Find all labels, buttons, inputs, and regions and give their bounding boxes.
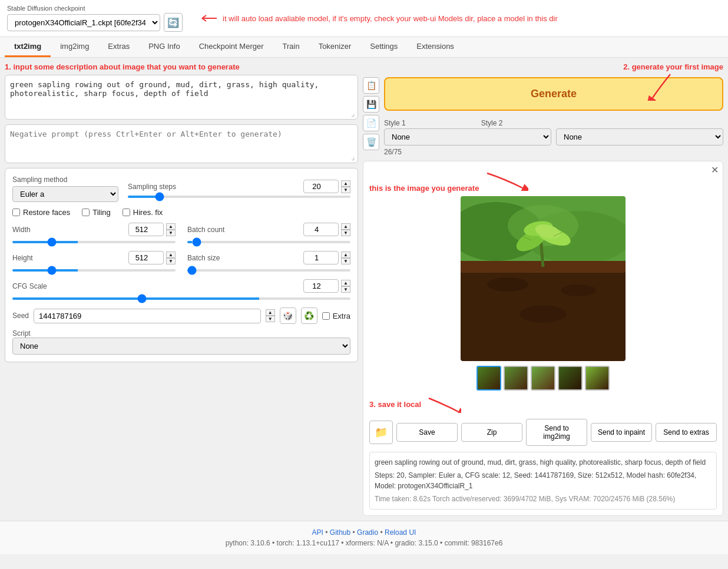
seed-spinner[interactable]: ▲ ▼: [266, 309, 275, 322]
cfg-scale-number: ▲ ▼: [303, 279, 350, 293]
style1-label: Style 1: [384, 119, 406, 127]
batch-count-down[interactable]: ▼: [341, 230, 350, 236]
tab-tokenizer[interactable]: Tokenizer: [309, 37, 361, 57]
tab-img2img[interactable]: img2img: [51, 37, 98, 57]
footer-links: API • Github • Gradio • Reload UI: [7, 528, 721, 537]
tab-settings[interactable]: Settings: [360, 37, 407, 57]
batch-count-spinner[interactable]: ▲ ▼: [341, 223, 350, 236]
seed-input[interactable]: [34, 309, 261, 323]
image-annotation: this is the image you generate: [369, 184, 479, 193]
width-down[interactable]: ▼: [166, 230, 176, 236]
image-info: green sapling rowing out of ground, mud,…: [369, 452, 717, 510]
tab-checkpointmerger[interactable]: Checkpoint Merger: [190, 37, 273, 57]
restore-faces-input[interactable]: [12, 209, 20, 216]
height-up[interactable]: ▲: [166, 252, 176, 258]
save-button[interactable]: Save: [396, 423, 458, 442]
action-buttons-row: 📁 Save Zip Send to img2img Send to inpai…: [369, 419, 717, 446]
batch-size-input[interactable]: [303, 251, 339, 264]
footer-reload-link[interactable]: Reload UI: [385, 528, 416, 537]
height-slider[interactable]: [12, 269, 176, 272]
batch-size-slider[interactable]: [187, 269, 350, 272]
tab-pnginfo[interactable]: PNG Info: [139, 37, 189, 57]
extra-label: Extra: [333, 312, 350, 320]
hires-fix-input[interactable]: [123, 209, 130, 216]
trash-button[interactable]: 🗑️: [363, 134, 379, 150]
negative-prompt-input[interactable]: [10, 130, 353, 156]
tab-txt2img[interactable]: txt2img: [5, 37, 51, 57]
send-to-extras-button[interactable]: Send to extras: [656, 423, 717, 442]
checkpoint-dropdown[interactable]: protogenX34OfficialR_1.ckpt [60fe2f34]: [7, 14, 160, 31]
hires-fix-checkbox[interactable]: Hires. fix: [123, 208, 163, 217]
sampling-steps-input[interactable]: [303, 180, 339, 193]
side-icon-buttons: 📋 💾 📄 🗑️: [363, 77, 379, 150]
send-to-inpaint-button[interactable]: Send to inpaint: [591, 423, 652, 442]
image-time-text: Time taken: 8.62s Torch active/reserved:…: [375, 494, 712, 504]
tiling-label: Tiling: [92, 208, 111, 217]
save-style-button[interactable]: 💾: [363, 96, 379, 113]
height-spinner[interactable]: ▲ ▼: [166, 252, 176, 264]
send-to-img2img-button[interactable]: Send to img2img: [526, 419, 587, 446]
width-input[interactable]: [128, 223, 164, 236]
thumbnail-4[interactable]: [558, 366, 583, 391]
width-slider[interactable]: [12, 241, 176, 243]
cfg-scale-input[interactable]: [303, 279, 339, 293]
positive-prompt-input[interactable]: [10, 80, 353, 113]
thumbnail-5[interactable]: [585, 366, 610, 391]
style2-select[interactable]: None: [556, 128, 723, 145]
cfg-scale-group: CFG Scale ▲ ▼: [12, 279, 350, 302]
cfg-scale-slider[interactable]: [12, 297, 350, 300]
arrow-icon: [199, 12, 223, 24]
steps-spinner[interactable]: ▲ ▼: [341, 180, 350, 193]
view-button[interactable]: 📄: [363, 115, 379, 131]
generate-annotation: 2. generate your first image: [623, 62, 723, 71]
batch-size-spinner[interactable]: ▲ ▼: [341, 252, 350, 264]
extra-checkbox[interactable]: Extra: [322, 312, 350, 320]
checkboxes-row: Restore faces Tiling Hires. fix: [12, 208, 350, 217]
seed-down[interactable]: ▼: [266, 316, 275, 322]
seed-dice-button[interactable]: 🎲: [280, 307, 296, 324]
thumbnail-1[interactable]: [476, 366, 501, 391]
seed-recycle-button[interactable]: ♻️: [301, 307, 317, 324]
batch-size-down[interactable]: ▼: [341, 258, 350, 264]
batch-count-input[interactable]: [303, 223, 339, 236]
batch-size-label: Batch size: [187, 254, 220, 262]
svg-point-8: [487, 277, 528, 292]
cfg-scale-down[interactable]: ▼: [341, 286, 350, 293]
height-down[interactable]: ▼: [166, 258, 176, 264]
folder-button[interactable]: 📁: [369, 421, 393, 444]
cfg-scale-up[interactable]: ▲: [341, 280, 350, 286]
footer-gradio-link[interactable]: Gradio: [357, 528, 378, 537]
refresh-button[interactable]: 🔄: [164, 13, 183, 32]
width-spinner[interactable]: ▲ ▼: [166, 223, 176, 236]
batch-size-number: ▲ ▼: [303, 251, 350, 264]
sampling-row: Sampling method Euler a Sampling steps ▲…: [12, 176, 350, 202]
style1-select[interactable]: None: [384, 128, 551, 145]
restore-faces-checkbox[interactable]: Restore faces: [12, 208, 70, 217]
script-select[interactable]: None: [12, 338, 350, 355]
tab-extensions[interactable]: Extensions: [407, 37, 464, 57]
tiling-input[interactable]: [82, 209, 90, 216]
sampling-steps-slider[interactable]: [128, 196, 350, 198]
footer-github-link[interactable]: Github: [330, 528, 350, 537]
batch-count-up[interactable]: ▲: [341, 223, 350, 230]
sampling-method-select[interactable]: Euler a: [12, 186, 118, 202]
tiling-checkbox[interactable]: Tiling: [82, 208, 111, 217]
cfg-scale-spinner[interactable]: ▲ ▼: [341, 280, 350, 293]
seed-up[interactable]: ▲: [266, 309, 275, 316]
thumbnail-3[interactable]: [531, 366, 555, 391]
batch-size-up[interactable]: ▲: [341, 252, 350, 258]
batch-count-slider[interactable]: [187, 241, 350, 243]
footer-api-link[interactable]: API: [312, 528, 323, 537]
params-section: Sampling method Euler a Sampling steps ▲…: [5, 168, 358, 362]
steps-up[interactable]: ▲: [341, 180, 350, 187]
batch-count-number: ▲ ▼: [303, 223, 350, 236]
extra-input[interactable]: [322, 312, 330, 320]
width-up[interactable]: ▲: [166, 223, 176, 230]
save-annotation: 3. save it local: [369, 400, 421, 409]
paste-button[interactable]: 📋: [363, 77, 379, 94]
zip-button[interactable]: Zip: [461, 423, 522, 442]
tab-train[interactable]: Train: [273, 37, 309, 57]
tab-extras[interactable]: Extras: [98, 37, 139, 57]
height-input[interactable]: [128, 251, 164, 264]
thumbnail-2[interactable]: [504, 366, 528, 391]
